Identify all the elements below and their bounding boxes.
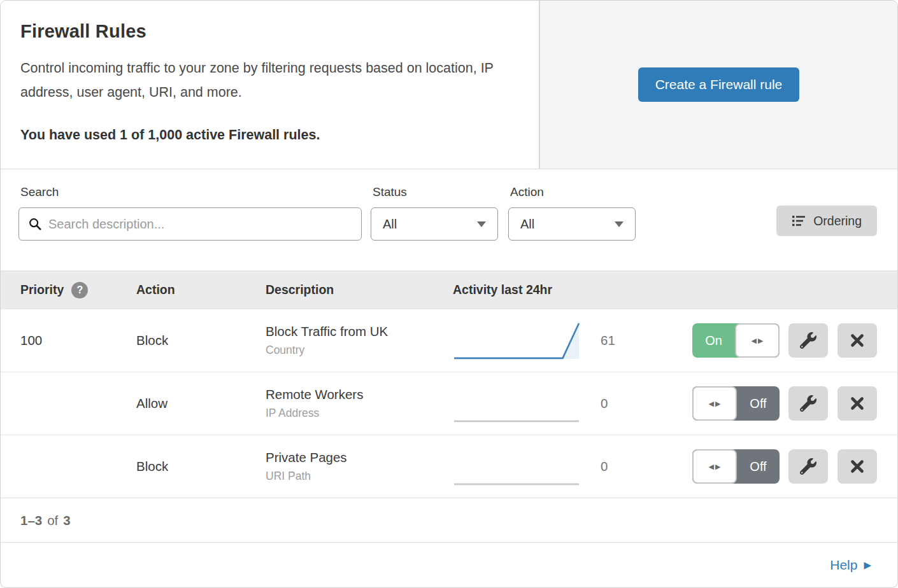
table-row: Allow Remote Workers IP Address 0 Off ◀▶: [1, 372, 897, 435]
close-icon: [850, 333, 865, 348]
toggle-arrows-icon: ◀: [709, 463, 714, 470]
priority-header-label: Priority: [20, 283, 64, 297]
search-box[interactable]: [18, 207, 362, 241]
edit-rule-button[interactable]: [788, 323, 828, 358]
usage-note: You have used 1 of 1,000 active Firewall…: [20, 127, 513, 143]
action-filter-group: Action All: [508, 185, 636, 241]
activity-sparkline: [453, 383, 580, 424]
table-row: Block Private Pages URI Path 0 Off ◀▶: [1, 435, 897, 498]
status-label: Status: [373, 185, 498, 199]
activity-sparkline: [453, 320, 580, 361]
table-row: 100 Block Block Traffic from UK Country …: [1, 309, 897, 372]
action-label: Action: [510, 185, 636, 199]
arrow-right-icon: ▶: [864, 559, 871, 571]
action-select[interactable]: All: [508, 207, 636, 241]
description-cell: Remote Workers IP Address: [266, 387, 453, 420]
help-link[interactable]: Help ▶: [830, 557, 871, 573]
ordering-button-label: Ordering: [813, 214, 862, 228]
chevron-down-icon: [477, 221, 486, 227]
search-group: Search: [18, 185, 362, 241]
wrench-icon: [800, 458, 816, 475]
status-select[interactable]: All: [371, 207, 498, 241]
filter-bar: Search Status All Action All: [1, 169, 897, 270]
action-cell: Allow: [136, 396, 266, 411]
column-activity: Activity last 24hr: [453, 283, 877, 297]
activity-count: 61: [601, 333, 615, 348]
rule-enabled-toggle[interactable]: On ◀▶: [692, 323, 780, 358]
rule-match-type: URI Path: [266, 470, 453, 483]
rule-match-type: Country: [266, 344, 453, 357]
toggle-knob[interactable]: ◀▶: [735, 323, 780, 358]
rule-match-type: IP Address: [266, 407, 453, 420]
toggle-knob[interactable]: ◀▶: [692, 449, 737, 484]
help-bar: Help ▶: [1, 542, 897, 587]
chevron-down-icon: [615, 221, 624, 227]
toggle-state-label: Off: [737, 386, 780, 421]
rule-description: Private Pages: [266, 450, 453, 465]
help-link-label: Help: [830, 557, 857, 573]
priority-cell: 100: [20, 333, 136, 348]
wrench-icon: [800, 332, 816, 349]
wrench-icon: [800, 395, 816, 412]
column-description: Description: [266, 283, 453, 297]
search-icon: [28, 217, 42, 231]
page-title: Firewall Rules: [20, 21, 513, 42]
ordering-list-icon: [792, 214, 806, 228]
search-input[interactable]: [48, 217, 352, 232]
column-priority: Priority ?: [20, 282, 136, 298]
page-description: Control incoming traffic to your zone by…: [20, 56, 511, 104]
delete-rule-button[interactable]: [837, 386, 877, 421]
activity-cell: 61: [453, 320, 692, 361]
ordering-button[interactable]: Ordering: [776, 206, 877, 236]
table-header: Priority ? Action Description Activity l…: [1, 270, 897, 309]
description-cell: Block Traffic from UK Country: [266, 324, 453, 357]
pagination-bar: 1–3 of 3: [1, 498, 897, 542]
create-firewall-rule-button[interactable]: Create a Firewall rule: [638, 67, 800, 102]
toggle-arrows-icon: ▶: [715, 463, 720, 470]
edit-rule-button[interactable]: [788, 386, 828, 421]
column-action: Action: [136, 283, 266, 297]
pagination-range: 1–3: [20, 513, 42, 528]
toggle-arrows-icon: ▶: [758, 337, 763, 344]
delete-rule-button[interactable]: [837, 449, 877, 484]
description-cell: Private Pages URI Path: [266, 450, 453, 483]
close-icon: [850, 396, 865, 411]
firewall-rules-page: Firewall Rules Control incoming traffic …: [0, 0, 898, 588]
priority-help-icon[interactable]: ?: [71, 282, 88, 298]
page-header: Firewall Rules Control incoming traffic …: [1, 1, 897, 169]
rule-enabled-toggle[interactable]: Off ◀▶: [692, 386, 780, 421]
toggle-state-label: Off: [737, 449, 780, 484]
status-filter-group: Status All: [371, 185, 498, 241]
toggle-arrows-icon: ◀: [752, 337, 757, 344]
action-selected-value: All: [520, 217, 534, 232]
edit-rule-button[interactable]: [788, 449, 828, 484]
activity-cell: 0: [453, 446, 692, 487]
status-selected-value: All: [383, 217, 397, 232]
search-label: Search: [20, 185, 362, 199]
action-cell: Block: [136, 459, 266, 474]
pagination-of: of: [47, 513, 58, 528]
toggle-arrows-icon: ▶: [715, 400, 720, 407]
close-icon: [850, 459, 865, 474]
action-cell: Block: [136, 333, 266, 348]
activity-sparkline: [453, 446, 580, 487]
rule-enabled-toggle[interactable]: Off ◀▶: [692, 449, 780, 484]
toggle-knob[interactable]: ◀▶: [692, 386, 737, 421]
activity-count: 0: [601, 459, 608, 474]
delete-rule-button[interactable]: [837, 323, 877, 358]
row-controls: Off ◀▶: [692, 386, 877, 421]
toggle-state-label: On: [692, 323, 735, 358]
toggle-arrows-icon: ◀: [709, 400, 714, 407]
rule-description: Block Traffic from UK: [266, 324, 453, 339]
activity-cell: 0: [453, 383, 692, 424]
pagination-total: 3: [63, 513, 70, 528]
header-text-panel: Firewall Rules Control incoming traffic …: [1, 1, 539, 169]
row-controls: On ◀▶: [692, 323, 877, 358]
row-controls: Off ◀▶: [692, 449, 877, 484]
rule-description: Remote Workers: [266, 387, 453, 402]
header-action-panel: Create a Firewall rule: [539, 1, 897, 169]
activity-count: 0: [601, 396, 608, 411]
